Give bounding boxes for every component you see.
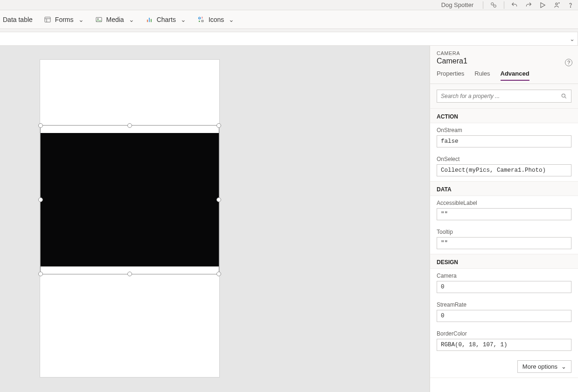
resize-handle-middle-right[interactable] [216,197,221,202]
prop-camera-input[interactable] [437,281,571,293]
section-action-title: ACTION [430,109,578,123]
resize-handle-top-right[interactable] [216,123,221,128]
resize-handle-bottom-left[interactable] [38,272,43,276]
media-icon [95,16,103,23]
prop-accessiblelabel: AccessibleLabel [430,196,578,225]
share-icon[interactable] [553,1,560,9]
prop-onstream-input[interactable] [437,135,571,147]
camera-preview[interactable] [41,133,219,266]
prop-streamrate: StreamRate [430,298,578,327]
svg-marker-2 [541,2,545,7]
svg-point-6 [570,7,571,7]
pane-help-icon[interactable]: ? [565,59,572,66]
ribbon-media-label: Media [106,16,124,23]
tab-rules[interactable]: Rules [474,70,490,81]
svg-point-11 [97,18,98,19]
prop-onselect: OnSelect [430,152,578,181]
svg-rect-16 [202,20,203,21]
prop-bordercolor-input[interactable] [437,339,571,351]
properties-pane: CAMERA Camera1 ? Properties Rules Advanc… [430,46,578,392]
ribbon-data-table-label: Data table [3,16,33,23]
app-checker-icon[interactable] [490,1,497,9]
ribbon-media[interactable]: Media ⌄ [95,16,134,23]
prop-tooltip: Tooltip [430,225,578,254]
property-search-row [430,84,578,109]
title-bar: Dog Spotter [0,0,578,10]
insert-ribbon: Data table Forms ⌄ Media ⌄ Charts ⌄ Icon… [0,10,578,29]
prop-onselect-label: OnSelect [437,156,571,162]
prop-camera: Camera [430,269,578,298]
section-action: ACTION OnStream OnSelect [430,109,578,182]
more-options-row: More options ⌄ [430,356,578,378]
resize-handle-top-center[interactable] [127,123,132,128]
formula-bar-container: ⌄ [0,29,578,46]
forms-icon [44,16,51,23]
tab-advanced[interactable]: Advanced [501,70,529,81]
chevron-down-icon: ⌄ [561,363,566,370]
separator [483,1,483,9]
section-data: DATA AccessibleLabel Tooltip [430,182,578,254]
section-design-title: DESIGN [430,254,578,269]
properties-header: CAMERA Camera1 ? Properties Rules Advanc… [430,46,578,84]
ribbon-forms-label: Forms [55,16,74,23]
formula-bar[interactable]: ⌄ [0,32,578,46]
chevron-down-icon: ⌄ [78,16,84,23]
resize-handle-bottom-right[interactable] [216,272,221,276]
app-name-label: Dog Spotter [441,1,474,8]
ribbon-charts[interactable]: Charts ⌄ [146,16,186,23]
preview-play-icon[interactable] [539,1,546,9]
property-search-input[interactable] [441,93,561,99]
control-type-label: CAMERA [437,50,571,56]
help-icon[interactable] [567,1,574,9]
control-name-label[interactable]: Camera1 [437,57,571,65]
icons-icon [197,16,205,23]
search-icon [561,93,567,99]
property-search-box[interactable] [437,90,571,103]
svg-rect-7 [45,17,50,22]
svg-line-18 [564,97,566,98]
formula-expand-chevron-icon[interactable]: ⌄ [570,35,575,42]
prop-bordercolor-label: BorderColor [437,330,571,337]
separator [504,1,504,9]
ribbon-data-table[interactable]: Data table [3,16,33,23]
ribbon-charts-label: Charts [157,16,176,23]
ribbon-forms[interactable]: Forms ⌄ [44,16,84,23]
prop-tooltip-label: Tooltip [437,229,571,235]
prop-onstream-label: OnStream [437,127,571,133]
svg-point-3 [556,3,557,5]
svg-point-15 [199,17,201,19]
more-options-button[interactable]: More options ⌄ [517,360,571,373]
prop-tooltip-input[interactable] [437,237,571,249]
redo-icon[interactable] [525,1,532,9]
chevron-down-icon: ⌄ [229,16,234,23]
ribbon-icons-label: Icons [209,16,224,23]
properties-tabs: Properties Rules Advanced [437,70,571,81]
ribbon-icons[interactable]: Icons ⌄ [197,16,234,23]
prop-streamrate-input[interactable] [437,310,571,322]
chevron-down-icon: ⌄ [129,16,134,23]
prop-accessiblelabel-label: AccessibleLabel [437,200,571,206]
prop-streamrate-label: StreamRate [437,301,571,308]
tab-properties[interactable]: Properties [437,70,464,81]
chevron-down-icon: ⌄ [181,16,186,23]
prop-onselect-input[interactable] [437,164,571,176]
resize-handle-middle-left[interactable] [38,197,43,202]
camera-control-selected[interactable] [40,125,219,274]
section-design: DESIGN Camera StreamRate BorderColor Mor… [430,254,578,378]
resize-handle-bottom-center[interactable] [127,272,132,276]
prop-camera-label: Camera [437,273,571,279]
svg-point-17 [562,94,565,97]
prop-onstream: OnStream [430,123,578,152]
undo-icon[interactable] [511,1,518,9]
resize-handle-top-left[interactable] [38,123,43,128]
properties-body: ACTION OnStream OnSelect DATA Accessible… [430,84,578,392]
prop-bordercolor: BorderColor [430,327,578,356]
section-data-title: DATA [430,182,578,196]
more-options-label: More options [522,363,557,370]
canvas[interactable] [0,46,430,392]
main-area: CAMERA Camera1 ? Properties Rules Advanc… [0,46,578,392]
prop-accessiblelabel-input[interactable] [437,208,571,220]
charts-icon [146,16,153,23]
